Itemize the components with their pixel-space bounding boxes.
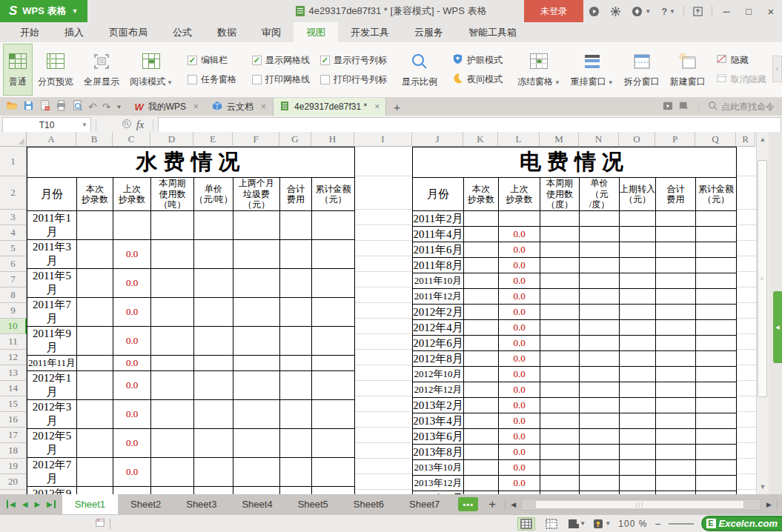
name-box[interactable]: T10 ▼ <box>2 117 91 133</box>
cell-N19[interactable] <box>580 460 620 476</box>
cell-C12[interactable]: 0.0 <box>113 458 151 487</box>
add-sheet-button[interactable]: + <box>488 497 496 512</box>
row-header-19[interactable]: 19 <box>0 459 27 474</box>
cell-L3[interactable] <box>499 211 540 227</box>
cell-Q10[interactable] <box>696 320 737 336</box>
cell-O17[interactable] <box>620 429 656 445</box>
menu-tab-插入[interactable]: 插入 <box>52 22 96 42</box>
cell-D2[interactable]: 本周期使用数（吨） <box>151 178 194 211</box>
view-mode-button-2[interactable]: 分页预览 <box>33 44 79 96</box>
row-header-13[interactable]: 13 <box>0 365 27 381</box>
cell-O5[interactable] <box>620 242 656 258</box>
cell-P17[interactable] <box>656 429 696 445</box>
cell-L17[interactable]: 0.0 <box>499 429 540 445</box>
row-header-7[interactable]: 7 <box>0 272 27 287</box>
cell-F7[interactable] <box>233 327 280 356</box>
vertical-scrollbar-thumb[interactable]: ≡ <box>758 160 767 397</box>
cell-O3[interactable] <box>620 211 656 227</box>
find-command-box[interactable]: 点此查找命令 <box>708 101 775 113</box>
cell-E10[interactable] <box>194 400 233 429</box>
column-header-F[interactable]: F <box>233 132 279 147</box>
page-layout-view-icon[interactable]: ▼ <box>568 517 586 531</box>
cell-C6[interactable]: 0.0 <box>113 298 151 327</box>
scroll-up-icon[interactable]: ▲ <box>757 133 769 145</box>
save-icon[interactable] <box>23 100 34 113</box>
page-break-view-icon[interactable] <box>543 517 560 531</box>
cell-K8[interactable] <box>464 289 499 305</box>
column-header-A[interactable]: A <box>27 132 76 147</box>
cell-L5[interactable]: 0.0 <box>499 242 540 258</box>
column-header-L[interactable]: L <box>498 132 540 147</box>
row-header-5[interactable]: 5 <box>0 241 27 256</box>
cell-N6[interactable] <box>580 258 620 273</box>
cell-H3[interactable] <box>312 211 355 240</box>
formula-input[interactable] <box>158 117 781 133</box>
cell-G8[interactable] <box>280 356 312 371</box>
cell-P13[interactable] <box>656 367 696 382</box>
cell-B6[interactable] <box>77 298 113 327</box>
cell-N7[interactable] <box>580 273 620 289</box>
skin-icon[interactable]: ▼ <box>626 6 656 17</box>
column-header-J[interactable]: J <box>412 132 463 147</box>
previous-sheet-icon[interactable]: ◀ <box>22 500 28 508</box>
cell-J3[interactable]: 2011年2月 <box>413 211 464 227</box>
cell-Q19[interactable] <box>696 460 737 476</box>
view-mode-button-3[interactable]: 全屏显示 <box>79 44 125 96</box>
cell-E11[interactable] <box>194 429 233 458</box>
cell-O18[interactable] <box>620 445 656 460</box>
cell-H9[interactable] <box>312 371 355 400</box>
cell-Q6[interactable] <box>696 258 737 273</box>
redo-icon[interactable]: ↷ <box>102 102 111 112</box>
row-header-1[interactable]: 1 <box>0 147 27 176</box>
horizontal-scrollbar[interactable]: ||| <box>521 499 761 511</box>
toolbar-dropdown-icon[interactable]: ▼ <box>116 104 122 110</box>
menu-tab-视图[interactable]: 视图 <box>294 22 338 42</box>
cell-L10[interactable]: 0.0 <box>499 320 540 336</box>
cell-Q8[interactable] <box>696 289 737 305</box>
cell-Q2[interactable]: 累计金额（元） <box>696 178 737 211</box>
menu-tab-开始[interactable]: 开始 <box>7 22 52 42</box>
cell-M10[interactable] <box>540 320 580 336</box>
cell-E5[interactable] <box>194 269 233 298</box>
scroll-down-icon[interactable]: ▼ <box>757 481 769 493</box>
cell-C13[interactable]: 0.0 <box>113 487 151 495</box>
cell-D3[interactable] <box>151 211 194 240</box>
print-preview-icon[interactable] <box>72 100 83 113</box>
cell-B3[interactable] <box>77 211 113 240</box>
normal-view-icon[interactable] <box>517 517 535 531</box>
row-header-14[interactable]: 14 <box>0 381 27 396</box>
cell-M19[interactable] <box>540 460 580 476</box>
cell-D6[interactable] <box>151 298 194 327</box>
cell-L12[interactable]: 0.0 <box>499 351 540 367</box>
cell-J20[interactable]: 2013年12月 <box>413 476 464 491</box>
cell-L19[interactable]: 0.0 <box>499 460 540 476</box>
cell-F6[interactable] <box>233 298 280 327</box>
cell-K7[interactable] <box>464 273 499 289</box>
reading-mode-icon[interactable]: ▼ <box>593 517 611 531</box>
cell-E7[interactable] <box>194 327 233 356</box>
cell-E2[interactable]: 单价（元/吨） <box>194 178 233 211</box>
row-header-6[interactable]: 6 <box>0 256 27 272</box>
cell-J10[interactable]: 2012年4月 <box>413 320 464 336</box>
cell-L11[interactable]: 0.0 <box>499 336 540 351</box>
row-header-17[interactable]: 17 <box>0 428 27 443</box>
cell-O4[interactable] <box>620 227 656 242</box>
select-all-corner[interactable] <box>0 132 27 147</box>
hide-window-button[interactable]: 隐藏 <box>716 53 766 67</box>
cell-A4[interactable]: 2011年3月 <box>27 240 77 269</box>
side-panel-handle[interactable]: ◀ <box>773 291 782 363</box>
cell-K19[interactable] <box>464 460 499 476</box>
cell-O20[interactable] <box>620 476 656 491</box>
cell-D10[interactable] <box>151 400 194 429</box>
checkbox-显示行号列标[interactable]: ✓显示行号列标 <box>320 54 387 67</box>
cell-O6[interactable] <box>620 258 656 273</box>
app-logo-button[interactable]: S WPS 表格 ▼ <box>0 0 87 22</box>
cell-Q3[interactable] <box>696 211 737 227</box>
sheet-tab-Sheet5[interactable]: Sheet5 <box>285 494 341 514</box>
cell-J15[interactable]: 2013年2月 <box>413 398 464 413</box>
cell-L15[interactable]: 0.0 <box>499 398 540 413</box>
cell-N13[interactable] <box>580 367 620 382</box>
cell-E12[interactable] <box>194 458 233 487</box>
cell-B4[interactable] <box>77 240 113 269</box>
first-sheet-icon[interactable]: ◀ <box>7 500 16 508</box>
